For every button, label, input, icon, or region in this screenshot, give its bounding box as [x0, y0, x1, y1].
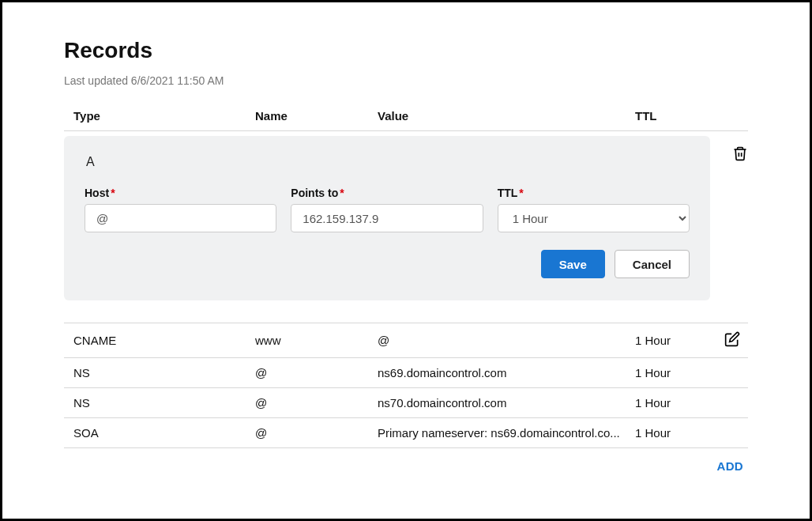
column-header-value: Value [378, 109, 635, 123]
add-button[interactable]: ADD [717, 459, 743, 473]
cell-type: NS [73, 366, 255, 379]
cell-name: @ [255, 426, 378, 440]
cell-value: @ [378, 334, 635, 347]
table-row: CNAMEwww@1 Hour [64, 323, 748, 357]
host-input[interactable] [85, 204, 276, 232]
column-header-name: Name [255, 109, 378, 123]
edit-icon[interactable] [724, 331, 740, 347]
delete-icon[interactable] [732, 145, 748, 161]
cell-ttl: 1 Hour [635, 396, 702, 410]
cell-name: @ [255, 396, 378, 410]
cell-ttl: 1 Hour [635, 426, 702, 440]
cell-value: Primary nameserver: ns69.domaincontrol.c… [378, 426, 635, 440]
ttl-select[interactable]: 1 Hour [498, 204, 690, 232]
column-header-ttl: TTL [635, 109, 702, 123]
cell-type: SOA [73, 426, 255, 440]
cell-name: @ [255, 366, 378, 379]
points-to-label: Points to* [291, 187, 483, 199]
ttl-label: TTL* [498, 187, 690, 199]
table-header-row: Type Name Value TTL [64, 101, 748, 131]
cell-value: ns70.domaincontrol.com [378, 396, 635, 410]
points-to-input[interactable] [291, 204, 483, 232]
cancel-button[interactable]: Cancel [615, 250, 690, 278]
column-header-type: Type [73, 109, 255, 123]
cell-ttl: 1 Hour [635, 334, 702, 347]
table-row: NS@ns70.domaincontrol.com1 Hour [64, 387, 748, 417]
cell-type: NS [73, 396, 255, 410]
last-updated-text: Last updated 6/6/2021 11:50 AM [64, 74, 748, 87]
cell-value: ns69.domaincontrol.com [378, 366, 635, 379]
edit-record-panel: A Host* Points to* TTL* [64, 136, 710, 300]
save-button[interactable]: Save [541, 250, 605, 278]
cell-ttl: 1 Hour [635, 366, 702, 379]
page-title: Records [64, 38, 748, 63]
cell-type: CNAME [73, 334, 255, 347]
cell-name: www [255, 334, 378, 347]
host-label: Host* [85, 187, 276, 199]
table-row: NS@ns69.domaincontrol.com1 Hour [64, 357, 748, 387]
edit-record-type: A [85, 155, 690, 169]
table-row: SOA@Primary nameserver: ns69.domaincontr… [64, 417, 748, 447]
